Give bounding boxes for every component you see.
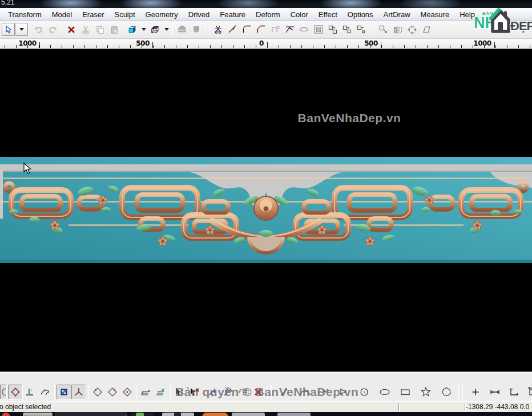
viewport-canvas[interactable]: BanVeNhaDep.vn (0, 49, 532, 371)
mirror-button[interactable] (390, 23, 405, 37)
flag-tool-button[interactable] (336, 385, 351, 399)
grid-snap-button[interactable] (57, 385, 71, 399)
rectangle-tool-button[interactable] (398, 385, 413, 399)
trim-button[interactable] (211, 23, 225, 37)
line-tool-button[interactable] (277, 385, 292, 399)
undo-button[interactable] (31, 23, 46, 37)
arc-tool-button[interactable] (297, 385, 312, 399)
rotate-array-button[interactable] (405, 23, 419, 37)
solid-view-dropdown[interactable] (139, 23, 148, 37)
edit-list-button[interactable] (236, 385, 251, 399)
star-tool-button[interactable] (418, 385, 433, 399)
translate-copy-button[interactable] (376, 23, 390, 37)
ruler-tick (164, 45, 165, 48)
dome-tool-button[interactable] (175, 23, 189, 37)
ruler-tick (221, 45, 222, 48)
array-copy-button[interactable] (325, 23, 340, 37)
menu-item-model[interactable]: Model (47, 9, 77, 20)
logo-word-dep: ĐẸP (510, 20, 532, 33)
menu-item-artdraw[interactable]: ArtDraw (378, 9, 416, 20)
wireframe-view-dropdown[interactable] (162, 23, 171, 37)
tangent-snap-button[interactable] (38, 385, 53, 399)
axis-snap-button[interactable] (71, 385, 86, 399)
ruler-tick (187, 45, 188, 48)
delete-button[interactable] (64, 23, 78, 37)
circle-tool-button[interactable] (357, 385, 372, 399)
perpendicular-snap-button[interactable] (23, 385, 38, 399)
spline-tool-button[interactable] (316, 385, 331, 399)
redo-button[interactable] (46, 23, 60, 37)
copy-button[interactable] (92, 23, 107, 37)
offset-button[interactable] (311, 23, 325, 37)
flag-tool-icon (338, 387, 349, 397)
layers-mark-button[interactable] (139, 385, 154, 399)
taskbar-icon[interactable] (202, 413, 228, 416)
menu-item-sculpt[interactable]: Sculpt (109, 9, 140, 20)
windows-taskbar[interactable] (0, 412, 532, 416)
measure-distance-button[interactable] (487, 385, 502, 399)
taskbar-button[interactable] (23, 413, 53, 416)
fillet-icon (242, 25, 252, 34)
cursor-pick-button[interactable] (172, 385, 187, 399)
polygon-tool-button[interactable] (439, 385, 454, 399)
taskbar-icon[interactable] (136, 413, 144, 416)
nudge-down-button[interactable] (206, 385, 221, 399)
node-snap-button[interactable] (8, 385, 23, 399)
dome-icon (177, 25, 187, 34)
paste-button[interactable] (107, 23, 121, 37)
ruler-tick (73, 45, 74, 48)
taskbar-button[interactable] (277, 413, 311, 416)
extend-button[interactable] (268, 23, 283, 37)
carving-3d-render (0, 157, 532, 263)
array-move-button[interactable] (354, 23, 368, 37)
menu-item-measure[interactable]: Measure (416, 9, 455, 20)
taskbar-button[interactable] (55, 413, 127, 416)
ruler-tick (244, 45, 245, 48)
ruler-label: 1000 (18, 39, 36, 47)
ruler-label: 1000 (473, 39, 491, 47)
skew-button[interactable] (419, 23, 433, 37)
plane-center-button[interactable] (120, 385, 135, 399)
cursor-delete-button[interactable] (187, 385, 202, 399)
menu-item-transform[interactable]: Transform (3, 9, 47, 20)
menu-item-eraser[interactable]: Eraser (77, 9, 109, 20)
wireframe-view-button[interactable] (148, 23, 162, 37)
menu-item-deform[interactable]: Deform (251, 9, 285, 20)
break-button[interactable] (225, 23, 240, 37)
ellipse-outline-button[interactable] (297, 23, 311, 37)
ruler-tick (358, 45, 359, 48)
shield-tool-button[interactable] (189, 23, 203, 37)
nudge-down-icon (208, 387, 219, 397)
menu-item-feature[interactable]: Feature (215, 9, 251, 20)
menu-item-drived[interactable]: Drived (183, 9, 215, 20)
array-duplicate-button[interactable] (340, 23, 354, 37)
delete-all-button[interactable] (251, 385, 265, 399)
multi-fillet-button[interactable] (283, 23, 297, 37)
prev-partial-button[interactable] (0, 385, 7, 399)
solid-view-button[interactable] (125, 23, 139, 37)
point-tool-button[interactable] (468, 385, 483, 399)
menu-item-effect[interactable]: Effect (313, 9, 342, 20)
select-tool-button[interactable] (2, 23, 15, 36)
nudge-slant-button[interactable] (221, 385, 236, 399)
nudge-slant-icon (223, 387, 234, 397)
copy-icon (95, 25, 104, 34)
measure-dimension-button[interactable] (526, 385, 532, 399)
menu-item-options[interactable]: Options (342, 9, 378, 20)
ruler-tick (450, 45, 450, 48)
layers-arrow-button[interactable] (154, 385, 168, 399)
taskbar-icon[interactable] (174, 413, 181, 416)
menu-item-geometry[interactable]: Geometry (140, 9, 183, 20)
taskbar-icon[interactable] (2, 413, 10, 416)
fillet-button[interactable] (240, 23, 254, 37)
chamfer-button[interactable] (254, 23, 268, 37)
ellipse-tool-button[interactable] (377, 385, 392, 399)
horizontal-ruler: 100050005001000 (0, 39, 532, 49)
select-tool-dropdown[interactable] (15, 23, 28, 36)
measure-angle-button[interactable] (507, 385, 522, 399)
plane-top-right-button[interactable] (105, 385, 120, 399)
taskbar-button[interactable] (232, 413, 265, 416)
cut-button[interactable] (78, 23, 92, 37)
menu-item-color[interactable]: Color (285, 9, 313, 20)
plane-top-left-button[interactable] (90, 385, 105, 399)
